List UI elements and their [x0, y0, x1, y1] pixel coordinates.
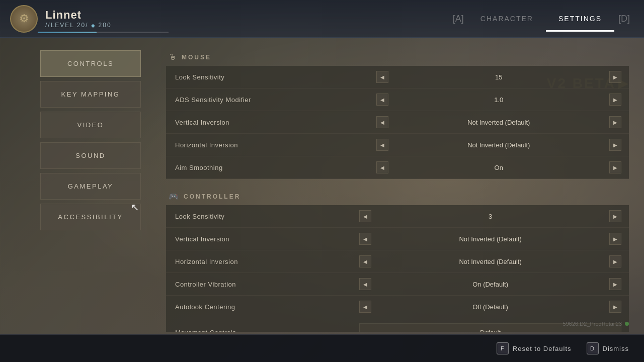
- autolook-centering-label: Autolook Centering: [166, 296, 352, 318]
- table-row: Horizontal Inversion ◀ Not Inverted (Def…: [166, 134, 629, 156]
- look-sensitivity-control: ◀ 15 ▶: [369, 66, 629, 88]
- reset-defaults-action[interactable]: F Reset to Defaults: [497, 342, 572, 354]
- reset-key-badge: F: [497, 342, 509, 354]
- guardian-icon: ⚙: [10, 5, 38, 33]
- horizontal-inversion-mouse-control: ◀ Not Inverted (Default) ▶: [369, 134, 629, 156]
- guardian-info: Linnet //LEVEL 20/ ◆ 200: [45, 9, 112, 29]
- table-row: ADS Sensitivity Modifier ◀ 1.0 ▶: [166, 88, 629, 111]
- table-row: Controller Vibration ◀ On (Default) ▶: [166, 273, 629, 296]
- sidebar-item-controls[interactable]: CONTROLS: [40, 50, 141, 77]
- diamond-icon: ◆: [91, 23, 96, 28]
- bottom-bar: F Reset to Defaults D Dismiss: [0, 334, 644, 362]
- autolook-centering-control: ◀ Off (Default) ▶: [352, 296, 629, 318]
- aim-smoothing-left-arrow[interactable]: ◀: [376, 161, 388, 173]
- version-text: 59626:D2_ProdRetail23: [563, 321, 622, 327]
- vertical-inversion-mouse-control: ◀ Not Inverted (Default) ▶: [369, 111, 629, 134]
- controller-section-header: 🎮 CONTROLLER: [166, 192, 629, 201]
- look-sensitivity-value: 15: [391, 73, 607, 81]
- nav-bracket-right: [D]: [614, 14, 634, 24]
- level-bar-fill: [38, 32, 97, 33]
- aim-smoothing-control: ◀ On ▶: [369, 156, 629, 179]
- controller-section-title: CONTROLLER: [184, 193, 240, 200]
- version-status-dot: [625, 322, 629, 326]
- ads-sensitivity-label: ADS Sensitivity Modifier: [166, 88, 369, 111]
- table-row: Vertical Inversion ◀ Not Inverted (Defau…: [166, 111, 629, 134]
- sidebar-item-sound[interactable]: SOUND: [40, 142, 141, 169]
- ctrl-vertical-inversion-right-arrow[interactable]: ▶: [609, 233, 621, 245]
- autolook-centering-left-arrow[interactable]: ◀: [359, 301, 371, 313]
- horizontal-inversion-mouse-label: Horizontal Inversion: [166, 134, 369, 156]
- sidebar-item-key-mapping[interactable]: KEY MAPPING: [40, 81, 141, 108]
- controller-vibration-right-arrow[interactable]: ▶: [609, 278, 621, 290]
- dismiss-label: Dismiss: [603, 345, 629, 352]
- table-row: Autolook Centering ◀ Off (Default) ▶: [166, 296, 629, 318]
- vertical-inversion-mouse-left-arrow[interactable]: ◀: [376, 116, 388, 128]
- aim-smoothing-value: On: [391, 164, 607, 171]
- sidebar: CONTROLS KEY MAPPING VIDEO SOUND GAMEPLA…: [40, 50, 141, 230]
- ctrl-look-sensitivity-right-arrow[interactable]: ▶: [609, 210, 621, 222]
- header-left: ⚙ Linnet //LEVEL 20/ ◆ 200: [0, 5, 449, 33]
- ads-sensitivity-left-arrow[interactable]: ◀: [376, 94, 388, 106]
- ctrl-vertical-inversion-control: ◀ Not Inverted (Default) ▶: [352, 228, 629, 250]
- version-info: 59626:D2_ProdRetail23: [563, 321, 629, 327]
- level-bar: [38, 32, 169, 33]
- mouse-settings-table: Look Sensitivity ◀ 15 ▶ ADS Sensitivity …: [166, 66, 629, 179]
- ctrl-look-sensitivity-value: 3: [374, 213, 607, 220]
- dismiss-key-badge: D: [587, 342, 599, 354]
- table-row: Look Sensitivity ◀ 15 ▶: [166, 66, 629, 88]
- look-sensitivity-right-arrow[interactable]: ▶: [609, 71, 621, 83]
- mouse-section-header: 🖱 MOUSE: [166, 53, 629, 62]
- controller-settings-table: Look Sensitivity ◀ 3 ▶ Vertical Inversio…: [166, 205, 629, 332]
- controller-vibration-left-arrow[interactable]: ◀: [359, 278, 371, 290]
- vertical-inversion-mouse-label: Vertical Inversion: [166, 111, 369, 134]
- ctrl-look-sensitivity-label: Look Sensitivity: [166, 205, 352, 228]
- ctrl-horizontal-inversion-label: Horizontal Inversion: [166, 250, 352, 273]
- table-row: Vertical Inversion ◀ Not Inverted (Defau…: [166, 228, 629, 250]
- horizontal-inversion-mouse-left-arrow[interactable]: ◀: [376, 139, 388, 151]
- vertical-inversion-mouse-right-arrow[interactable]: ▶: [609, 116, 621, 128]
- sidebar-item-gameplay[interactable]: GAMEPLAY: [40, 173, 141, 200]
- header-nav: [A] CHARACTER SETTINGS [D]: [449, 11, 644, 27]
- ctrl-horizontal-inversion-value: Not Inverted (Default): [374, 258, 607, 265]
- mouse-section-title: MOUSE: [182, 54, 211, 61]
- controller-icon: 🎮: [169, 192, 179, 201]
- autolook-centering-right-arrow[interactable]: ▶: [609, 301, 621, 313]
- ctrl-horizontal-inversion-control: ◀ Not Inverted (Default) ▶: [352, 250, 629, 273]
- sidebar-item-video[interactable]: VIDEO: [40, 112, 141, 138]
- horizontal-inversion-mouse-right-arrow[interactable]: ▶: [609, 139, 621, 151]
- horizontal-inversion-mouse-value: Not Inverted (Default): [391, 141, 607, 149]
- guardian-name: Linnet: [45, 9, 112, 22]
- table-row: Look Sensitivity ◀ 3 ▶: [166, 205, 629, 228]
- ads-sensitivity-right-arrow[interactable]: ▶: [609, 94, 621, 106]
- nav-character[interactable]: CHARACTER: [468, 11, 546, 27]
- aim-smoothing-label: Aim Smoothing: [166, 156, 369, 179]
- ads-sensitivity-control: ◀ 1.0 ▶: [369, 88, 629, 111]
- ctrl-vertical-inversion-value: Not Inverted (Default): [374, 235, 607, 243]
- controller-vibration-label: Controller Vibration: [166, 273, 352, 296]
- ctrl-horizontal-inversion-left-arrow[interactable]: ◀: [359, 255, 371, 267]
- ads-sensitivity-value: 1.0: [391, 96, 607, 104]
- nav-settings[interactable]: SETTINGS: [546, 11, 614, 27]
- look-sensitivity-label: Look Sensitivity: [166, 66, 369, 88]
- controller-vibration-value: On (Default): [374, 281, 607, 288]
- autolook-centering-value: Off (Default): [374, 303, 607, 311]
- ctrl-vertical-inversion-left-arrow[interactable]: ◀: [359, 233, 371, 245]
- controller-vibration-control: ◀ On (Default) ▶: [352, 273, 629, 296]
- ctrl-look-sensitivity-control: ◀ 3 ▶: [352, 205, 629, 228]
- movement-controls-label: Movement Controls: [166, 318, 352, 332]
- table-row: Movement Controls Default: [166, 318, 629, 332]
- ctrl-horizontal-inversion-right-arrow[interactable]: ▶: [609, 255, 621, 267]
- reset-label: Reset to Defaults: [513, 345, 572, 352]
- ctrl-vertical-inversion-label: Vertical Inversion: [166, 228, 352, 250]
- ctrl-look-sensitivity-left-arrow[interactable]: ◀: [359, 210, 371, 222]
- sidebar-item-accessibility[interactable]: ACCESSIBILITY: [40, 204, 141, 230]
- table-row: Aim Smoothing ◀ On ▶: [166, 156, 629, 179]
- nav-bracket-left: [A]: [449, 14, 468, 24]
- look-sensitivity-left-arrow[interactable]: ◀: [376, 71, 388, 83]
- mouse-icon: 🖱: [169, 53, 177, 62]
- main-content: 🖱 MOUSE Look Sensitivity ◀ 15 ▶ ADS Sens…: [166, 43, 629, 332]
- aim-smoothing-right-arrow[interactable]: ▶: [609, 161, 621, 173]
- table-row: Horizontal Inversion ◀ Not Inverted (Def…: [166, 250, 629, 273]
- vertical-inversion-mouse-value: Not Inverted (Default): [391, 119, 607, 126]
- dismiss-action[interactable]: D Dismiss: [587, 342, 629, 354]
